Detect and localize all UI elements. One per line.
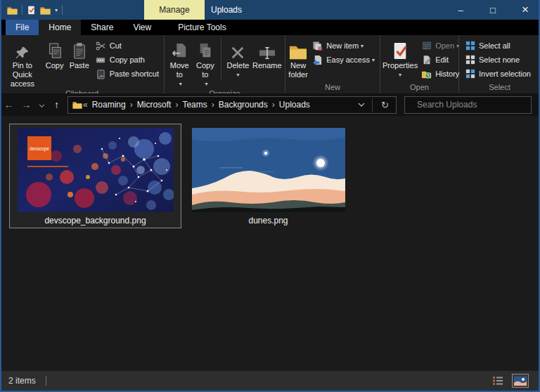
details-view-button[interactable] <box>489 374 506 388</box>
ribbon-tab-row: File Home Share View Picture Tools <box>0 20 540 35</box>
dropdown-caret-icon: ▾ <box>399 70 401 79</box>
delete-button[interactable]: Delete ▾ <box>224 37 252 79</box>
select-all-button[interactable]: Select all <box>461 39 534 53</box>
easy-access-icon <box>311 55 323 65</box>
new-item-button[interactable]: New item ▾ <box>309 39 378 53</box>
paste-shortcut-icon <box>95 69 107 79</box>
breadcrumb-roaming[interactable]: Roaming <box>89 100 129 110</box>
quick-access-toolbar: ▾ <box>0 5 63 15</box>
new-folder-icon <box>288 38 308 60</box>
breadcrumb-microsoft[interactable]: Microsoft <box>134 100 175 110</box>
recent-locations-chevron-icon[interactable] <box>35 99 48 110</box>
select-none-icon <box>464 55 476 65</box>
rename-icon <box>258 38 276 60</box>
address-bar-row: ← → ↑ « Roaming › Microsoft › Teams › Ba… <box>0 93 540 116</box>
open-icon <box>420 41 432 51</box>
title-bar: ▾ Manage Uploads – □ × <box>0 0 540 20</box>
history-button[interactable]: History <box>418 67 462 81</box>
group-label-open: Open <box>380 82 458 93</box>
back-button[interactable]: ← <box>0 99 18 110</box>
dunes-thumbnail <box>192 128 345 212</box>
close-button[interactable]: × <box>509 0 540 20</box>
select-none-button[interactable]: Select none <box>461 53 534 67</box>
ribbon-group-organize: Move to▾ Copy to▾ Delete ▾ <box>165 35 285 93</box>
dropdown-caret-icon: ▾ <box>361 43 364 49</box>
open-button[interactable]: Open ▾ <box>418 39 462 53</box>
tab-file[interactable]: File <box>6 20 39 35</box>
pin-to-quick-access-button[interactable]: Pin to Quick access <box>2 37 43 89</box>
path-overflow-icon[interactable]: « <box>82 100 89 110</box>
search-box <box>404 96 532 114</box>
window-controls: – □ × <box>444 0 540 20</box>
file-item-devscope-background[interactable]: devscope devscope_background.png <box>9 124 181 228</box>
tab-share[interactable]: Share <box>81 20 123 35</box>
ribbon-group-open: Properties ▾ Open ▾ E <box>380 35 459 93</box>
copy-to-button[interactable]: Copy to▾ <box>193 37 219 89</box>
copy-path-icon <box>95 55 107 65</box>
group-label-new: New <box>285 82 380 93</box>
copy-path-button[interactable]: Copy path <box>92 53 162 67</box>
file-name: devscope_background.png <box>44 216 146 226</box>
delete-x-icon <box>230 38 245 60</box>
pushpin-icon <box>15 38 30 60</box>
dropdown-caret-icon: ▾ <box>236 70 239 79</box>
item-count: 2 items <box>8 376 36 386</box>
edit-button[interactable]: Edit <box>418 53 462 67</box>
view-toggle-buttons <box>489 374 532 388</box>
new-folder-button[interactable]: New folder <box>288 37 309 79</box>
qat-customize-caret-icon[interactable]: ▾ <box>55 7 58 13</box>
maximize-button[interactable]: □ <box>477 0 509 20</box>
paste-button[interactable]: Paste <box>67 37 92 70</box>
new-small-buttons: New item ▾ Easy access ▾ <box>309 37 378 67</box>
tab-picture-tools[interactable]: Picture Tools <box>168 20 236 35</box>
rename-button[interactable]: Rename <box>252 37 283 70</box>
tab-view[interactable]: View <box>123 20 161 35</box>
address-dropdown-chevron-icon[interactable] <box>358 100 365 110</box>
refresh-icon[interactable]: ↻ <box>372 98 392 112</box>
contextual-tab-manage[interactable]: Manage <box>144 0 205 20</box>
move-to-icon <box>171 38 188 60</box>
paste-shortcut-button[interactable]: Paste shortcut <box>92 67 162 81</box>
ribbon: Pin to Quick access Copy Paste <box>0 35 540 93</box>
file-name: dunes.png <box>248 216 288 226</box>
copy-button[interactable]: Copy <box>43 37 67 70</box>
dropdown-caret-icon: ▾ <box>205 79 207 89</box>
copy-icon <box>46 38 63 60</box>
invert-selection-button[interactable]: Invert selection <box>461 67 534 81</box>
file-item-dunes[interactable]: dunes.png <box>187 124 349 228</box>
file-list[interactable]: devscope devscope_background.png <box>0 116 540 371</box>
devscope-thumbnail: devscope <box>18 128 174 212</box>
qat-separator-2 <box>62 5 63 15</box>
easy-access-button[interactable]: Easy access ▾ <box>309 53 378 67</box>
qat-new-folder-icon[interactable] <box>40 6 51 15</box>
new-item-icon <box>311 41 323 51</box>
window-title: Uploads <box>211 0 242 20</box>
select-small-buttons: Select all Select none Invert selection <box>461 37 534 81</box>
up-button[interactable]: ↑ <box>48 99 65 110</box>
paste-icon <box>72 38 87 60</box>
breadcrumb-uploads[interactable]: Uploads <box>276 100 314 110</box>
explorer-app-icon <box>7 6 18 15</box>
breadcrumb-teams[interactable]: Teams <box>179 100 210 110</box>
breadcrumb-backgrounds[interactable]: Backgrounds <box>215 100 271 110</box>
clipboard-small-buttons: Cut Copy path Paste shortcut <box>92 37 162 81</box>
large-icons-view-button[interactable] <box>512 374 529 388</box>
scissors-icon <box>95 41 107 51</box>
open-small-buttons: Open ▾ Edit History <box>418 37 462 81</box>
properties-button[interactable]: Properties ▾ <box>382 37 418 79</box>
ribbon-group-new: New folder New item ▾ Easy acce <box>285 35 380 93</box>
explorer-window: ▾ Manage Uploads – □ × File Home Share V… <box>0 0 540 392</box>
status-bar: 2 items <box>0 371 540 391</box>
move-to-button[interactable]: Move to▾ <box>167 37 193 89</box>
tab-home[interactable]: Home <box>39 20 81 35</box>
cut-button[interactable]: Cut <box>92 39 162 53</box>
qat-separator <box>22 5 22 15</box>
minimize-button[interactable]: – <box>444 0 477 20</box>
search-input[interactable] <box>417 100 526 110</box>
edit-icon <box>420 55 432 65</box>
large-icons-view-icon <box>514 377 527 386</box>
dropdown-caret-icon: ▾ <box>179 79 182 89</box>
qat-properties-icon[interactable] <box>27 5 36 15</box>
address-box[interactable]: « Roaming › Microsoft › Teams › Backgrou… <box>68 96 397 114</box>
forward-button[interactable]: → <box>18 99 35 110</box>
